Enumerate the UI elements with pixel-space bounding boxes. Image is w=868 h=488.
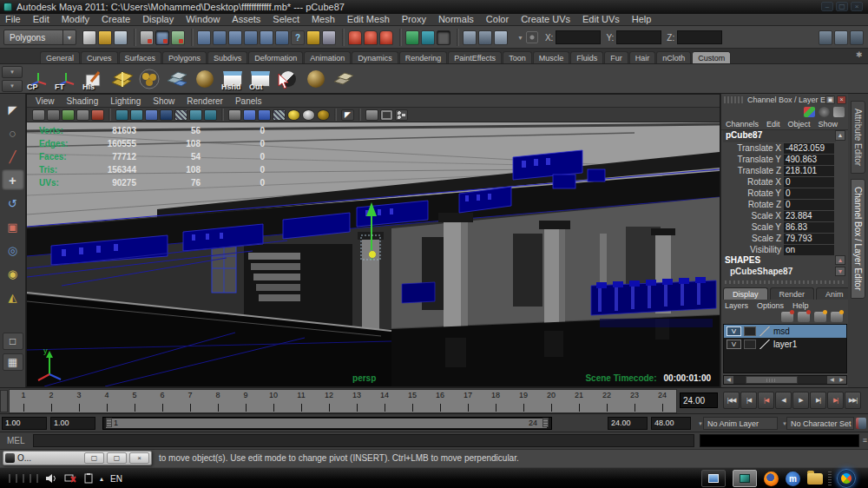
- select-hierarchy-icon[interactable]: [140, 30, 154, 45]
- viewport-scene[interactable]: y Verts: 81603 56 0 Edges: 160555: [27, 122, 720, 386]
- shelf-tab[interactable]: Toon: [503, 51, 532, 63]
- shelf-item-cards[interactable]: [332, 67, 356, 91]
- layer-row[interactable]: V msd: [724, 325, 846, 338]
- xray-joints-icon[interactable]: [243, 109, 256, 121]
- command-output-field[interactable]: [700, 434, 859, 447]
- menu-item[interactable]: Edit UVs: [582, 14, 620, 25]
- command-input-field[interactable]: [33, 434, 694, 447]
- taskbar-grip[interactable]: [828, 472, 832, 485]
- shelf-item-history[interactable]: His: [82, 67, 106, 91]
- shelf-item-uv-stack[interactable]: [109, 67, 134, 91]
- move-tool-icon[interactable]: +: [2, 169, 24, 190]
- timeline-frame[interactable]: 7: [176, 390, 204, 412]
- menu-item[interactable]: Window: [186, 14, 220, 25]
- taskbar-app-window[interactable]: [701, 470, 726, 487]
- z-coordinate-field[interactable]: [677, 30, 722, 44]
- shelf-tab-menu-button[interactable]: ▾: [2, 66, 23, 78]
- sidebar-tab-attribute-editor[interactable]: Attribute Editor: [851, 101, 865, 174]
- timeline-ruler[interactable]: 1 2 3 4 5 6: [9, 389, 677, 413]
- shelf-item-cp[interactable]: CP: [26, 67, 50, 91]
- hyperbolic-slider-icon[interactable]: [833, 107, 845, 117]
- command-line-mode-label[interactable]: MEL: [7, 436, 25, 445]
- maximize-button[interactable]: ▢: [836, 2, 848, 11]
- ipr-render-icon[interactable]: [478, 30, 492, 45]
- universal-manip-tool-icon[interactable]: ◎: [2, 240, 24, 260]
- layer-list-scrollbar[interactable]: ◀ ◀ ▶: [723, 375, 847, 385]
- shelf-tab[interactable]: Custom: [692, 51, 731, 63]
- timeline-frame[interactable]: 3: [65, 390, 93, 412]
- film-gate-icon[interactable]: [395, 109, 408, 121]
- animation-preferences-icon[interactable]: [858, 418, 866, 429]
- manipulator-mode-icon[interactable]: [804, 107, 815, 117]
- range-handle[interactable]: [106, 419, 547, 428]
- timeline-frame[interactable]: 6: [148, 390, 176, 412]
- timeline-frame[interactable]: 19: [510, 390, 537, 412]
- attribute-value-field[interactable]: 0: [784, 188, 834, 199]
- channel-box-menu-item[interactable]: Edit: [766, 120, 780, 129]
- shelf-tab[interactable]: Muscle: [533, 51, 570, 63]
- menu-item[interactable]: Create: [102, 14, 130, 25]
- attribute-value-field[interactable]: -4823.059: [784, 143, 834, 154]
- attribute-value-field[interactable]: 0: [784, 200, 834, 210]
- chevron-down-icon[interactable]: ▼: [517, 35, 523, 41]
- soft-mod-tool-icon[interactable]: ◉: [2, 263, 24, 284]
- menu-item[interactable]: File: [5, 14, 21, 25]
- shelf-tab[interactable]: Animation: [304, 51, 351, 63]
- new-empty-layer-icon[interactable]: [814, 312, 826, 322]
- explorer-folder-icon[interactable]: [807, 473, 823, 485]
- menu-item[interactable]: Help: [632, 14, 652, 25]
- script-editor-icon[interactable]: ≡: [863, 436, 867, 445]
- bookmarks-icon[interactable]: [47, 109, 60, 121]
- close-panel-button[interactable]: ×: [837, 96, 846, 104]
- scrollbar-handle[interactable]: [746, 376, 798, 384]
- timeline-frame[interactable]: 16: [426, 390, 454, 412]
- show-manip-tool-icon[interactable]: ◭: [2, 287, 24, 307]
- shelf-tab[interactable]: Surfaces: [119, 51, 162, 63]
- panel-menu-item[interactable]: Panels: [235, 96, 262, 106]
- tray-clock-area[interactable]: [9, 474, 38, 483]
- shaded-mode-icon[interactable]: [130, 109, 143, 121]
- layer-editor-tab[interactable]: Display: [723, 287, 768, 300]
- timeline-frame[interactable]: 13: [343, 390, 371, 412]
- default-material-ball-icon[interactable]: [287, 109, 300, 121]
- current-time-field[interactable]: 24.00: [680, 392, 718, 408]
- anim-layer-dropdown[interactable]: No Anim Layer: [703, 417, 778, 430]
- step-forward-key-button[interactable]: ▶|: [810, 392, 826, 409]
- shelf-options-icon[interactable]: ✱: [856, 50, 865, 61]
- show-hidden-icons-icon[interactable]: ▴: [100, 475, 103, 483]
- layer-editor-tab[interactable]: Render: [770, 287, 815, 300]
- playback-end-field[interactable]: 24.00: [608, 417, 648, 430]
- attribute-value-field[interactable]: 218.101: [784, 166, 834, 176]
- paint-select-tool-icon[interactable]: ╱: [2, 146, 24, 167]
- attribute-value-field[interactable]: on: [784, 245, 834, 255]
- channel-box-menu-item[interactable]: Channels: [726, 120, 759, 129]
- camera-attributes-icon[interactable]: [32, 109, 45, 121]
- menu-item[interactable]: Edit Mesh: [347, 14, 390, 25]
- menu-item[interactable]: Mesh: [312, 14, 335, 25]
- selected-object-name[interactable]: pCube87: [723, 130, 836, 142]
- attribute-value-field[interactable]: 79.793: [784, 234, 834, 244]
- channel-box-menu-item[interactable]: Show: [819, 120, 838, 129]
- start-button[interactable]: [837, 469, 856, 488]
- attribute-value-field[interactable]: 23.884: [784, 211, 834, 221]
- scroll-right-button[interactable]: ▶: [837, 376, 846, 384]
- shape-node-name[interactable]: pCubeShape87: [730, 267, 792, 276]
- snap-grid-icon[interactable]: [197, 30, 211, 45]
- lock-selection-icon[interactable]: [306, 30, 320, 45]
- wireframe-mode-icon[interactable]: [115, 109, 128, 121]
- layer-color-swatch[interactable]: [759, 326, 771, 336]
- layer-visibility-toggle[interactable]: V: [727, 326, 741, 336]
- shelf-tab[interactable]: General: [40, 51, 80, 63]
- select-object-icon[interactable]: [155, 30, 169, 45]
- timeline-frame[interactable]: 5: [121, 390, 148, 412]
- layer-playback-toggle[interactable]: [744, 340, 756, 349]
- timeline-frame[interactable]: 12: [315, 390, 343, 412]
- float-panel-button[interactable]: ▣: [825, 96, 835, 104]
- highlight-selection-icon[interactable]: [322, 30, 336, 45]
- attribute-value-field[interactable]: 0: [784, 177, 834, 188]
- snap-point-icon[interactable]: [228, 30, 242, 45]
- quick-help-icon[interactable]: ?: [291, 30, 305, 45]
- character-set-dropdown[interactable]: No Character Set: [786, 417, 854, 430]
- layer-editor-menu-item[interactable]: Layers: [725, 301, 748, 310]
- action-center-icon[interactable]: [83, 473, 93, 484]
